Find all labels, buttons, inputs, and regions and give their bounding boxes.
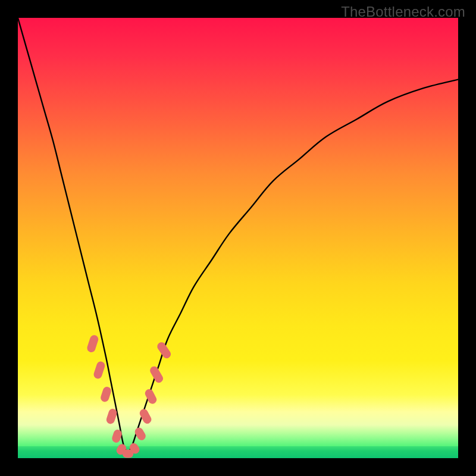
watermark-text: TheBottleneck.com: [341, 4, 465, 20]
curve-left-branch: [18, 18, 128, 454]
curve-marker: [99, 386, 112, 403]
chart-frame: TheBottleneck.com: [0, 0, 476, 476]
curve-marker: [93, 361, 106, 380]
curve-marker: [156, 341, 173, 360]
curve-right-branch: [128, 80, 458, 454]
curve-marker: [86, 334, 99, 353]
curve-layer: [18, 18, 458, 458]
plot-area: [18, 18, 458, 458]
curve-marker: [149, 365, 165, 384]
